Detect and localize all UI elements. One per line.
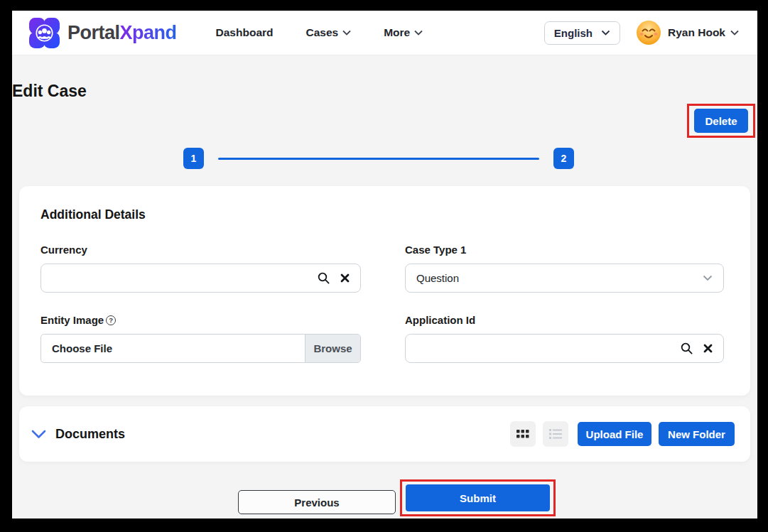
application-id-input-box xyxy=(405,334,724,363)
avatar[interactable] xyxy=(636,20,661,45)
grid-view-button[interactable] xyxy=(510,421,536,447)
grid-view-icon xyxy=(516,430,529,439)
nav-more[interactable]: More xyxy=(384,26,423,39)
browse-button[interactable]: Browse xyxy=(305,335,360,362)
brand-name: PortalXpand xyxy=(67,22,177,44)
delete-button[interactable]: Delete xyxy=(694,109,748,133)
nav-more-label: More xyxy=(384,26,410,39)
language-value: English xyxy=(554,27,593,39)
currency-label: Currency xyxy=(40,244,361,256)
delete-annotation-box: Delete xyxy=(687,104,755,138)
portalxpand-logo-icon xyxy=(28,17,60,49)
case-type-select[interactable]: Question xyxy=(405,264,724,293)
submit-button[interactable]: Submit xyxy=(406,484,550,511)
step-2[interactable]: 2 xyxy=(553,148,574,169)
main-nav: Dashboard Cases More xyxy=(216,26,423,39)
list-view-icon xyxy=(549,429,562,439)
step-1[interactable]: 1 xyxy=(183,148,204,169)
chevron-down-icon xyxy=(703,275,713,281)
brand-logo[interactable]: PortalXpand xyxy=(28,17,177,49)
list-view-button[interactable] xyxy=(543,421,568,447)
application-id-field-group: Application Id xyxy=(405,314,724,363)
documents-actions: Upload File New Folder xyxy=(510,421,735,447)
nav-cases[interactable]: Cases xyxy=(306,26,352,39)
form-grid: Currency Case Type 1 Question xyxy=(40,244,729,363)
collapse-chevron-icon[interactable] xyxy=(31,430,46,439)
entity-image-field-group: Entity Image Choose File Browse xyxy=(40,314,361,363)
page-title: Edit Case xyxy=(12,82,87,101)
clear-icon[interactable] xyxy=(703,344,713,353)
documents-card: Documents Upload File New Folder xyxy=(19,406,750,462)
user-name-label: Ryan Hook xyxy=(668,26,725,39)
step-indicator: 1 2 xyxy=(183,148,574,169)
entity-image-file-input[interactable]: Choose File Browse xyxy=(40,334,361,363)
help-icon[interactable] xyxy=(106,315,116,325)
header-right: English xyxy=(544,20,739,45)
additional-details-card: Additional Details Currency xyxy=(19,186,750,396)
new-folder-button[interactable]: New Folder xyxy=(659,422,735,446)
case-type-field-group: Case Type 1 Question xyxy=(405,244,724,293)
submit-annotation-box: Submit xyxy=(400,479,556,516)
currency-input-box xyxy=(40,264,361,293)
step-connector-line xyxy=(218,158,539,160)
nav-dashboard-label: Dashboard xyxy=(216,26,274,39)
upload-file-button[interactable]: Upload File xyxy=(578,422,651,446)
search-icon[interactable] xyxy=(318,272,330,284)
smiley-avatar-icon xyxy=(636,20,661,45)
file-placeholder: Choose File xyxy=(41,335,305,362)
currency-input[interactable] xyxy=(52,272,307,284)
case-type-value: Question xyxy=(416,272,459,284)
top-navbar: PortalXpand Dashboard Cases More English xyxy=(12,11,757,55)
application-id-label: Application Id xyxy=(405,314,724,326)
clear-icon[interactable] xyxy=(340,273,350,283)
app-window: PortalXpand Dashboard Cases More English xyxy=(12,11,757,519)
application-id-input[interactable] xyxy=(416,342,670,354)
chevron-down-icon xyxy=(342,30,351,36)
chevron-down-icon xyxy=(601,30,610,36)
currency-field-group: Currency xyxy=(40,244,361,293)
case-type-label: Case Type 1 xyxy=(405,244,724,256)
entity-image-label: Entity Image xyxy=(40,314,361,326)
chevron-down-icon xyxy=(414,30,423,36)
chevron-down-icon xyxy=(730,30,739,36)
nav-cases-label: Cases xyxy=(306,26,339,39)
user-menu[interactable]: Ryan Hook xyxy=(668,26,739,39)
search-icon[interactable] xyxy=(681,342,693,354)
nav-dashboard[interactable]: Dashboard xyxy=(216,26,274,39)
language-selector[interactable]: English xyxy=(544,21,620,45)
documents-title: Documents xyxy=(55,427,125,442)
section-title: Additional Details xyxy=(40,207,729,222)
previous-button[interactable]: Previous xyxy=(238,490,396,514)
